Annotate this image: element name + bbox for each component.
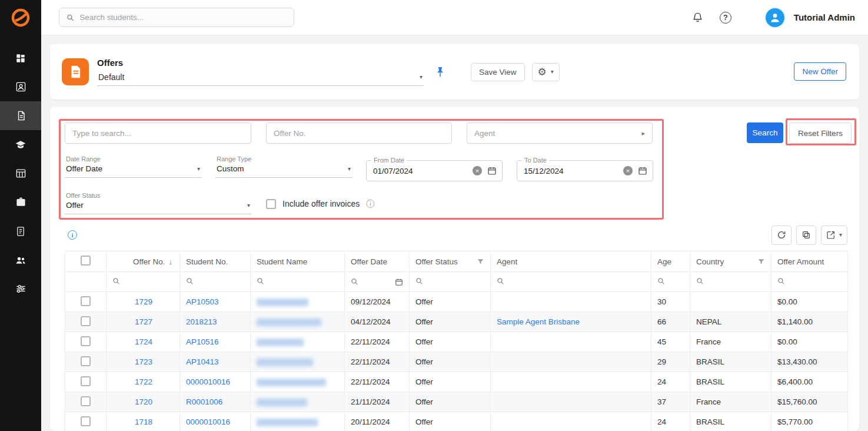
- search-students-input[interactable]: [79, 13, 287, 22]
- col-student-name[interactable]: Student Name: [251, 251, 345, 272]
- filter-agent[interactable]: [491, 272, 651, 292]
- agent-cell: [491, 412, 651, 431]
- save-view-button[interactable]: Save View: [471, 63, 525, 81]
- sidebar-item-offers[interactable]: [0, 101, 41, 130]
- sidebar-item-courses[interactable]: [0, 130, 41, 159]
- filter-student-no[interactable]: [180, 272, 251, 292]
- offer-no-link[interactable]: 1724: [135, 337, 152, 346]
- offer-no-link[interactable]: 1723: [135, 357, 152, 366]
- sidebar-item-finance[interactable]: [0, 217, 41, 246]
- student-no-link[interactable]: 0000010016: [186, 417, 230, 426]
- offer-no-cell: 1720: [107, 392, 180, 412]
- table-row[interactable]: 1727 2018213 04/12/2024 Offer Sample Age…: [65, 312, 848, 332]
- sidebar-item-dashboard[interactable]: [0, 44, 41, 72]
- offer-no-link[interactable]: 1722: [135, 377, 152, 386]
- student-no-link[interactable]: AP10413: [186, 357, 219, 366]
- agent-select[interactable]: Agent ▸: [467, 122, 653, 144]
- from-date-field[interactable]: From Date 01/07/2024 ×: [366, 160, 503, 181]
- view-settings-button[interactable]: ⚙ ▾: [532, 63, 560, 81]
- agent-placeholder: Agent: [474, 129, 495, 138]
- col-country[interactable]: Country: [690, 251, 771, 272]
- row-checkbox[interactable]: [81, 296, 91, 306]
- select-all-checkbox[interactable]: [81, 256, 91, 266]
- date-range-select[interactable]: Date Range Offer Date ▾: [65, 157, 201, 178]
- offer-no-link[interactable]: 1727: [135, 317, 152, 326]
- include-offer-invoices-checkbox[interactable]: [266, 199, 276, 209]
- offer-no-link[interactable]: 1718: [135, 417, 152, 426]
- copy-button[interactable]: [796, 226, 816, 245]
- filter-funnel-icon[interactable]: [477, 258, 484, 266]
- sidebar-item-students[interactable]: [0, 72, 41, 101]
- row-checkbox[interactable]: [81, 396, 91, 406]
- row-checkbox[interactable]: [81, 336, 91, 346]
- notifications-button[interactable]: [692, 12, 703, 23]
- new-offer-button[interactable]: New Offer: [794, 62, 846, 81]
- offer-no-link[interactable]: 1720: [135, 397, 152, 406]
- to-date-field[interactable]: To Date 15/12/2024 ×: [517, 160, 653, 181]
- age-cell: 30: [651, 292, 690, 312]
- col-offer-status[interactable]: Offer Status: [410, 251, 491, 272]
- row-checkbox[interactable]: [81, 356, 91, 366]
- calendar-button[interactable]: [487, 166, 497, 175]
- offer-status-cell: Offer: [410, 352, 491, 372]
- pin-view-button[interactable]: [435, 67, 445, 78]
- sidebar-item-settings[interactable]: [0, 274, 41, 303]
- filter-student-name[interactable]: [251, 272, 345, 292]
- col-offer-date[interactable]: Offer Date: [345, 251, 410, 272]
- calendar-button[interactable]: [638, 166, 647, 175]
- sidebar-item-employers[interactable]: [0, 188, 41, 217]
- range-type-select[interactable]: Range Type Custom ▾: [215, 157, 352, 178]
- offer-no-link[interactable]: 1729: [135, 297, 152, 306]
- table-body: 1729 AP10503 09/12/2024 Offer 30 $0.00 1…: [65, 292, 848, 431]
- offer-amount-cell: $1,140.00: [771, 312, 848, 332]
- filter-funnel-icon[interactable]: [757, 258, 765, 266]
- graduation-cap-icon: [15, 139, 26, 151]
- country-cell: BRASIL: [690, 412, 771, 431]
- col-offer-no[interactable]: Offer No. ↓: [107, 251, 180, 272]
- row-checkbox[interactable]: [81, 316, 91, 326]
- refresh-button[interactable]: [771, 226, 791, 245]
- table-row[interactable]: 1723 AP10413 22/11/2024 Offer 29 BRASIL …: [65, 352, 848, 372]
- grid-info-icon[interactable]: i: [68, 230, 77, 240]
- filter-age[interactable]: [651, 272, 690, 292]
- student-no-link[interactable]: 0000010016: [186, 377, 230, 386]
- student-no-link[interactable]: AP10516: [186, 337, 219, 346]
- search-button[interactable]: Search: [747, 122, 783, 143]
- student-no-link[interactable]: 2018213: [186, 317, 217, 326]
- age-cell: 24: [651, 372, 690, 392]
- export-button[interactable]: ▾: [821, 226, 847, 245]
- calendar-icon[interactable]: [395, 278, 403, 286]
- agent-link[interactable]: Sample Agent Brisbane: [497, 317, 580, 326]
- offer-status-select[interactable]: Offer Status Offer ▾: [65, 193, 251, 214]
- clear-icon[interactable]: ×: [623, 166, 633, 175]
- col-offer-amount[interactable]: Offer Amount: [771, 251, 848, 272]
- help-button[interactable]: ?: [720, 12, 731, 24]
- row-checkbox[interactable]: [81, 376, 91, 386]
- filter-offer-date[interactable]: [345, 272, 410, 292]
- col-student-no[interactable]: Student No.: [180, 251, 251, 272]
- keyword-search-input[interactable]: [65, 122, 251, 144]
- table-row[interactable]: 1722 0000010016 22/11/2024 Offer 24 BRAS…: [65, 372, 848, 392]
- row-checkbox[interactable]: [81, 416, 91, 426]
- student-no-cell: AP10413: [180, 352, 251, 372]
- student-no-link[interactable]: AP10503: [186, 297, 219, 306]
- col-age[interactable]: Age: [651, 251, 690, 272]
- student-no-link[interactable]: R0001006: [186, 397, 222, 406]
- filter-offer-amount[interactable]: [771, 272, 848, 292]
- sidebar-item-timetables[interactable]: [0, 159, 41, 188]
- offer-no-input[interactable]: [266, 122, 452, 144]
- table-row[interactable]: 1718 0000010016 20/11/2024 Offer 24 BRAS…: [65, 412, 848, 431]
- filter-offer-no[interactable]: [107, 272, 180, 292]
- app-logo[interactable]: [0, 0, 41, 35]
- table-row[interactable]: 1720 R0001006 21/11/2024 Offer 37 France…: [65, 392, 848, 412]
- table-row[interactable]: 1729 AP10503 09/12/2024 Offer 30 $0.00: [65, 292, 848, 312]
- sidebar-item-agents[interactable]: [0, 246, 41, 274]
- table-row[interactable]: 1724 AP10516 22/11/2024 Offer 45 France …: [65, 332, 848, 352]
- clear-icon[interactable]: ×: [473, 166, 482, 175]
- user-menu[interactable]: Tutorial Admin: [764, 7, 855, 28]
- filter-country[interactable]: [690, 272, 771, 292]
- col-agent[interactable]: Agent: [491, 251, 651, 272]
- reset-filters-button[interactable]: Reset Filters: [789, 122, 852, 144]
- view-selector[interactable]: Default ▾: [97, 70, 424, 86]
- filter-offer-status[interactable]: [410, 272, 491, 292]
